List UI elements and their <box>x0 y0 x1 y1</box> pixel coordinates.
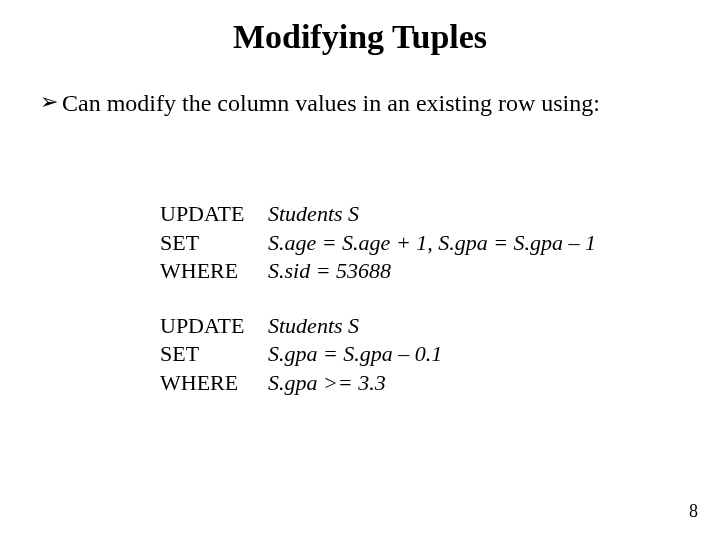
bullet-item: ➢ Can modify the column values in an exi… <box>40 88 680 118</box>
code-line: WHERES.gpa >= 3.3 <box>160 369 680 398</box>
bullet-text: Can modify the column values in an exist… <box>62 88 680 118</box>
slide-title: Modifying Tuples <box>0 18 720 56</box>
sql-rest: S.gpa = S.gpa – 0.1 <box>268 341 442 366</box>
code-line: SETS.gpa = S.gpa – 0.1 <box>160 340 680 369</box>
code-line: WHERES.sid = 53688 <box>160 257 680 286</box>
body-text: ➢ Can modify the column values in an exi… <box>40 88 680 118</box>
code-line: UPDATEStudents S <box>160 200 680 229</box>
slide: Modifying Tuples ➢ Can modify the column… <box>0 0 720 540</box>
sql-keyword: UPDATE <box>160 312 268 341</box>
sql-rest: S.gpa >= 3.3 <box>268 370 386 395</box>
sql-rest: S.sid = 53688 <box>268 258 391 283</box>
code-area: UPDATEStudents S SETS.age = S.age + 1, S… <box>160 200 680 424</box>
sql-example-2: UPDATEStudents S SETS.gpa = S.gpa – 0.1 … <box>160 312 680 398</box>
sql-rest: Students S <box>268 313 359 338</box>
sql-rest: Students S <box>268 201 359 226</box>
sql-rest: S.age = S.age + 1, S.gpa = S.gpa – 1 <box>268 230 596 255</box>
code-line: SETS.age = S.age + 1, S.gpa = S.gpa – 1 <box>160 229 680 258</box>
sql-example-1: UPDATEStudents S SETS.age = S.age + 1, S… <box>160 200 680 286</box>
sql-keyword: SET <box>160 340 268 369</box>
sql-keyword: UPDATE <box>160 200 268 229</box>
code-line: UPDATEStudents S <box>160 312 680 341</box>
bullet-marker: ➢ <box>40 88 62 117</box>
sql-keyword: SET <box>160 229 268 258</box>
sql-keyword: WHERE <box>160 369 268 398</box>
sql-keyword: WHERE <box>160 257 268 286</box>
page-number: 8 <box>689 501 698 522</box>
